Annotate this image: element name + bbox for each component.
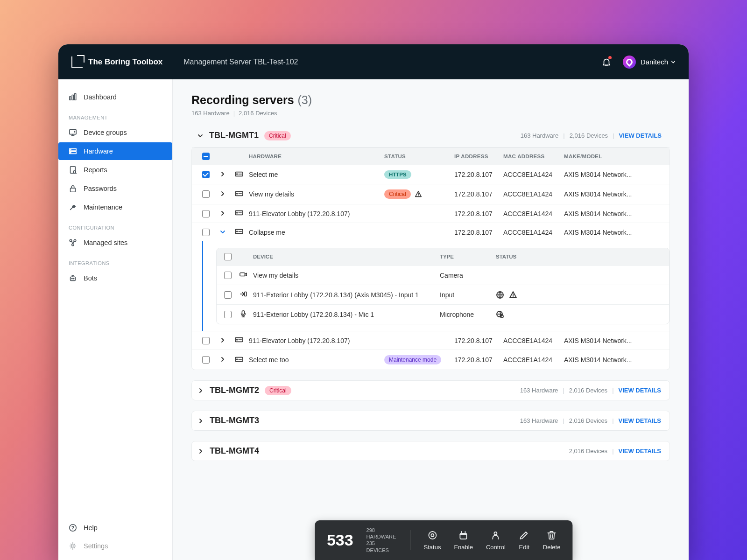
row-checkbox[interactable] bbox=[202, 356, 210, 364]
sidebar-item-help[interactable]: Help bbox=[58, 519, 172, 537]
notifications-button[interactable] bbox=[601, 57, 612, 67]
sidebar-label: Settings bbox=[84, 542, 108, 550]
select-all-checkbox[interactable] bbox=[202, 153, 210, 160]
chevron-right-icon[interactable] bbox=[220, 210, 226, 216]
brand-title: The Boring Toolbox bbox=[88, 57, 162, 67]
svg-point-41 bbox=[494, 532, 497, 535]
table-row[interactable]: 911-Elevator Lobby (172.20.8.107) 172.20… bbox=[192, 204, 669, 223]
status-button[interactable]: Status bbox=[424, 530, 441, 551]
chevron-down-icon[interactable] bbox=[671, 60, 676, 64]
device-name: 911-Exterior Lobby (172.20.8.134) - Mic … bbox=[253, 311, 440, 318]
chevron-right-icon[interactable] bbox=[197, 448, 204, 455]
row-checkbox[interactable] bbox=[202, 229, 210, 236]
row-checkbox[interactable] bbox=[202, 337, 210, 344]
col-model: MAKE/MODEL bbox=[564, 154, 669, 159]
sub-table-header: DEVICE TYPE STATUS bbox=[217, 248, 669, 266]
sidebar-item-maintenance[interactable]: Maintenance bbox=[58, 198, 172, 216]
view-details-link[interactable]: VIEW DETAILS bbox=[619, 387, 661, 394]
row-checkbox[interactable] bbox=[202, 210, 210, 217]
chevron-down-icon[interactable] bbox=[197, 133, 204, 139]
svg-point-35 bbox=[237, 339, 238, 340]
user-avatar[interactable] bbox=[623, 56, 636, 69]
chevron-right-icon[interactable] bbox=[220, 357, 226, 362]
server-card: HARDWARE STATUS IP ADDRESS MAC ADDRESS M… bbox=[191, 147, 670, 370]
device-type: Microphone bbox=[440, 311, 496, 318]
col-type: TYPE bbox=[440, 254, 496, 259]
user-name[interactable]: Danitech bbox=[641, 58, 668, 66]
sidebar-label: Hardware bbox=[84, 147, 113, 155]
delete-button[interactable]: Delete bbox=[543, 530, 561, 551]
table-row[interactable]: Select me HTTPS 172.20.8.107 ACCC8E1A142… bbox=[192, 165, 669, 184]
device-groups-icon bbox=[69, 128, 77, 137]
col-status: STATUS bbox=[384, 154, 454, 159]
sub-table-row[interactable]: 911-Exterior Lobby (172.20.8.134) - Mic … bbox=[217, 305, 669, 324]
chevron-right-icon[interactable] bbox=[220, 337, 226, 343]
sidebar-label: Reports bbox=[84, 166, 107, 174]
view-details-link[interactable]: VIEW DETAILS bbox=[619, 132, 662, 139]
sidebar-item-passwords[interactable]: Passwords bbox=[58, 180, 172, 197]
row-checkbox[interactable] bbox=[202, 171, 210, 178]
mac: ACCC8E1A1424 bbox=[503, 210, 564, 217]
sub-select-all-checkbox[interactable] bbox=[224, 253, 232, 260]
svg-point-25 bbox=[237, 212, 238, 213]
col-device: DEVICE bbox=[253, 254, 440, 259]
sidebar-item-hardware[interactable]: Hardware bbox=[58, 142, 172, 160]
globe-icon bbox=[496, 291, 504, 299]
sidebar-section-configuration: CONFIGURATION bbox=[58, 217, 172, 233]
control-button[interactable]: Control bbox=[486, 530, 506, 551]
mac: ACCC8E1A1424 bbox=[503, 229, 564, 236]
model: AXIS M3014 Network... bbox=[564, 171, 669, 178]
row-checkbox[interactable] bbox=[224, 311, 232, 318]
ip: 172.20.8.107 bbox=[454, 337, 503, 344]
table-row[interactable]: 911-Elevator Lobby (172.20.8.107) 172.20… bbox=[192, 331, 669, 350]
row-checkbox[interactable] bbox=[224, 272, 232, 279]
table-row[interactable]: Collapse me 172.20.8.107 ACCC8E1A1424 AX… bbox=[192, 223, 669, 241]
ip: 172.20.8.107 bbox=[454, 210, 503, 217]
notification-dot-icon bbox=[608, 56, 612, 59]
table-row[interactable]: Select me too Maintenance mode 172.20.8.… bbox=[192, 350, 669, 370]
chevron-right-icon[interactable] bbox=[197, 387, 204, 394]
server-header[interactable]: TBL-MGMT2 Critical 163 Hardware| 2,016 D… bbox=[192, 381, 669, 400]
svg-rect-31 bbox=[242, 311, 244, 315]
chevron-right-icon[interactable] bbox=[220, 171, 226, 177]
chevron-right-icon[interactable] bbox=[220, 191, 226, 196]
chevron-down-icon[interactable] bbox=[220, 229, 226, 235]
gear-icon bbox=[69, 542, 77, 550]
sidebar-item-dashboard[interactable]: Dashboard bbox=[58, 88, 172, 106]
row-checkbox[interactable] bbox=[224, 291, 232, 299]
selection-dev: 235 DEVICES bbox=[366, 540, 397, 553]
sidebar-item-managed-sites[interactable]: Managed sites bbox=[58, 234, 172, 252]
hw-name: View my details bbox=[249, 190, 384, 198]
server-header[interactable]: TBL-MGMT4 2,016 Devices| VIEW DETAILS bbox=[192, 441, 669, 461]
mac: ACCC8E1A1424 bbox=[503, 190, 564, 198]
svg-rect-11 bbox=[70, 188, 76, 192]
selection-count: 533 bbox=[327, 531, 353, 549]
app-header: The Boring Toolbox Management Server TBL… bbox=[58, 44, 689, 79]
tree-line bbox=[202, 241, 203, 331]
selection-hw: 298 HARDWARE bbox=[366, 527, 397, 540]
warning-icon bbox=[415, 190, 422, 198]
sidebar-item-reports[interactable]: Reports bbox=[58, 161, 172, 179]
device-type: Camera bbox=[440, 272, 496, 279]
sub-table-row[interactable]: 911-Exterior Lobby (172.20.8.134) (Axis … bbox=[217, 285, 669, 305]
row-checkbox[interactable] bbox=[202, 190, 210, 198]
edit-button[interactable]: Edit bbox=[519, 530, 530, 551]
btn-label: Edit bbox=[519, 544, 529, 551]
enable-button[interactable]: Enable bbox=[454, 530, 472, 551]
chevron-right-icon[interactable] bbox=[197, 418, 204, 424]
drive-icon bbox=[235, 336, 243, 343]
wrench-icon bbox=[69, 203, 77, 211]
page-title: Recording servers bbox=[191, 93, 294, 107]
sidebar-item-settings[interactable]: Settings bbox=[58, 537, 172, 555]
view-details-link[interactable]: VIEW DETAILS bbox=[619, 448, 661, 455]
sub-table-row[interactable]: View my details Camera bbox=[217, 266, 669, 285]
server-dev: 2,016 Devices bbox=[569, 448, 607, 455]
server-card: TBL-MGMT2 Critical 163 Hardware| 2,016 D… bbox=[191, 380, 670, 400]
svg-point-38 bbox=[431, 534, 434, 537]
view-details-link[interactable]: VIEW DETAILS bbox=[619, 417, 661, 424]
table-row[interactable]: View my details Critical 172.20.8.107 AC… bbox=[192, 184, 669, 204]
sidebar-item-bots[interactable]: Bots bbox=[58, 269, 172, 287]
sidebar-label: Passwords bbox=[84, 185, 117, 192]
server-header[interactable]: TBL-MGMT3 163 Hardware| 2,016 Devices| V… bbox=[192, 411, 669, 430]
sidebar-item-device-groups[interactable]: Device groups bbox=[58, 124, 172, 141]
